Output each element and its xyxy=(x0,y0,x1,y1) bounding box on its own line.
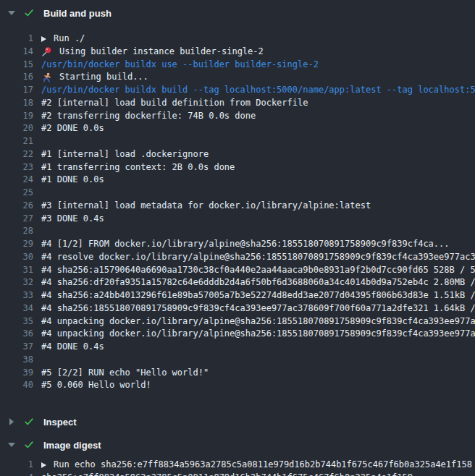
log-line: 38 xyxy=(0,354,475,367)
log-text: Run echo sha256:e7ff8834a5963a2785c5a081… xyxy=(54,459,472,472)
log-line: 18 #2 [internal] load build definition f… xyxy=(0,97,475,110)
log-line: 32 #4 sha256:df20fa9351a15782c64e6dddb2d… xyxy=(0,276,475,289)
line-number[interactable]: 23 xyxy=(0,161,33,174)
line-number[interactable]: 14 xyxy=(0,46,33,59)
line-number[interactable]: 19 xyxy=(0,110,33,123)
line-number[interactable]: 37 xyxy=(0,341,33,354)
check-icon xyxy=(24,8,34,18)
line-number[interactable]: 27 xyxy=(0,213,33,226)
log-text: #5 0.060 Hello world! xyxy=(41,379,151,392)
chevron-right-icon[interactable] xyxy=(7,418,16,425)
log-line: 26 #3 [internal] load metadata for docke… xyxy=(0,200,475,213)
line-number[interactable]: 34 xyxy=(0,302,33,315)
log-text: #4 sha256:df20fa9351a15782c64e6dddb2d4a6… xyxy=(41,276,475,289)
log-text: sha256:e7ff8834a5963a2785c5a0811e979d16b… xyxy=(41,472,413,476)
section-header-build-and-push[interactable]: Build and push xyxy=(0,6,475,20)
log-text: #3 [internal] load metadata for docker.i… xyxy=(41,200,371,213)
log-text: #4 unpacking docker.io/library/alpine@sh… xyxy=(41,328,475,341)
section-title: Inspect xyxy=(43,417,77,428)
log-text: #2 [internal] load build definition from… xyxy=(41,97,308,110)
log-text: #2 DONE 0.0s xyxy=(41,122,104,135)
log-text: #1 DONE 0.0s xyxy=(41,174,104,187)
log-line: 29 #4 [1/2] FROM docker.io/library/alpin… xyxy=(0,238,475,251)
log-line: 21 xyxy=(0,135,475,148)
log-text: #4 DONE 0.4s xyxy=(41,341,104,354)
runner-icon xyxy=(41,72,52,83)
line-number[interactable]: 28 xyxy=(0,225,33,238)
log-line: 35 #4 unpacking docker.io/library/alpine… xyxy=(0,315,475,328)
line-number[interactable]: 38 xyxy=(0,354,33,367)
log-line: 17 /usr/bin/docker buildx build --tag lo… xyxy=(0,84,475,97)
line-number[interactable]: 20 xyxy=(0,122,33,135)
line-number[interactable]: 33 xyxy=(0,289,33,302)
log-text: #4 resolve docker.io/library/alpine@sha2… xyxy=(41,251,475,264)
log-text: Starting build... xyxy=(59,71,148,84)
log-text: #1 transferring context: 2B 0.0s done xyxy=(41,161,235,174)
line-number[interactable]: 1 xyxy=(0,459,33,472)
section-header-inspect[interactable]: Inspect xyxy=(0,415,475,429)
log-line: 14 Using builder instance builder-single… xyxy=(0,46,475,59)
line-number[interactable]: 39 xyxy=(0,367,33,380)
log-text: #4 sha256:a15790640a6690aa1730c38cf0a440… xyxy=(41,264,475,277)
line-number[interactable]: 29 xyxy=(0,238,33,251)
section-header-image-digest[interactable]: Image digest xyxy=(0,438,475,452)
section-lines: 1 Run echo sha256:e7ff8834a5963a2785c5a0… xyxy=(0,459,475,476)
section-inspect: Inspect xyxy=(0,392,475,429)
line-number[interactable]: 26 xyxy=(0,200,33,213)
line-number[interactable]: 4 xyxy=(0,472,33,476)
log-line: 1 Run echo sha256:e7ff8834a5963a2785c5a0… xyxy=(0,459,475,472)
log-line: 25 xyxy=(0,187,475,200)
line-number[interactable]: 22 xyxy=(0,148,33,161)
line-number[interactable]: 31 xyxy=(0,264,33,277)
log-line: 15 /usr/bin/docker buildx use --builder … xyxy=(0,59,475,72)
line-number[interactable]: 16 xyxy=(0,71,33,84)
log-line: 37 #4 DONE 0.4s xyxy=(0,341,475,354)
chevron-down-icon[interactable] xyxy=(7,11,16,15)
log-line: 1 Run ./ xyxy=(0,33,475,46)
log-line: 39 #5 [2/2] RUN echo "Hello world!" xyxy=(0,367,475,380)
log-line: 31 #4 sha256:a15790640a6690aa1730c38cf0a… xyxy=(0,264,475,277)
log-text: #4 [1/2] FROM docker.io/library/alpine@s… xyxy=(41,238,450,251)
log-line: 33 #4 sha256:a24bb4013296f61e89ba57005a7… xyxy=(0,289,475,302)
log-line: 36 #4 unpacking docker.io/library/alpine… xyxy=(0,328,475,341)
log-line: 28 xyxy=(0,225,475,238)
check-icon xyxy=(24,417,34,427)
line-number[interactable]: 25 xyxy=(0,187,33,200)
line-number[interactable]: 36 xyxy=(0,328,33,341)
section-title: Image digest xyxy=(43,440,101,451)
log-line: 22 #1 [internal] load .dockerignore xyxy=(0,148,475,161)
log-line: 20 #2 DONE 0.0s xyxy=(0,122,475,135)
log-line: 27 #3 DONE 0.4s xyxy=(0,213,475,226)
log-text: /usr/bin/docker buildx use --builder bui… xyxy=(41,59,319,72)
log-line: 34 #4 sha256:185518070891758909c9f839cf4… xyxy=(0,302,475,315)
workflow-log: { "colors": { "background": "#262b33", "… xyxy=(0,0,475,476)
line-number[interactable]: 24 xyxy=(0,174,33,187)
log-text: Using builder instance builder-single-2 xyxy=(59,46,264,59)
line-number[interactable]: 40 xyxy=(0,379,33,392)
log-line: 30 #4 resolve docker.io/library/alpine@s… xyxy=(0,251,475,264)
log-text: /usr/bin/docker buildx build --tag local… xyxy=(41,84,475,97)
log-text: #3 DONE 0.4s xyxy=(41,213,104,226)
log-text: #1 [internal] load .dockerignore xyxy=(41,148,209,161)
expand-group-icon[interactable] xyxy=(41,462,46,468)
pushpin-icon xyxy=(41,46,52,57)
line-number[interactable]: 17 xyxy=(0,84,33,97)
line-number[interactable]: 21 xyxy=(0,135,33,148)
log-text: #4 sha256:185518070891758909c9f839cf4ca3… xyxy=(41,302,475,315)
check-icon xyxy=(24,440,34,450)
log-text: Run ./ xyxy=(54,33,85,46)
log-text: #4 unpacking docker.io/library/alpine@sh… xyxy=(41,315,475,328)
line-number[interactable]: 35 xyxy=(0,315,33,328)
log-line: 24 #1 DONE 0.0s xyxy=(0,174,475,187)
line-number[interactable]: 1 xyxy=(0,33,33,46)
line-number[interactable]: 30 xyxy=(0,251,33,264)
log-line: 23 #1 transferring context: 2B 0.0s done xyxy=(0,161,475,174)
log-text: #2 transferring dockerfile: 74B 0.0s don… xyxy=(41,110,256,123)
line-number[interactable]: 15 xyxy=(0,59,33,72)
chevron-down-icon[interactable] xyxy=(7,443,16,447)
section-title: Build and push xyxy=(43,8,112,19)
line-number[interactable]: 18 xyxy=(0,97,33,110)
expand-group-icon[interactable] xyxy=(41,36,46,42)
log-line: 4 sha256:e7ff8834a5963a2785c5a0811e979d1… xyxy=(0,472,475,476)
line-number[interactable]: 32 xyxy=(0,276,33,289)
